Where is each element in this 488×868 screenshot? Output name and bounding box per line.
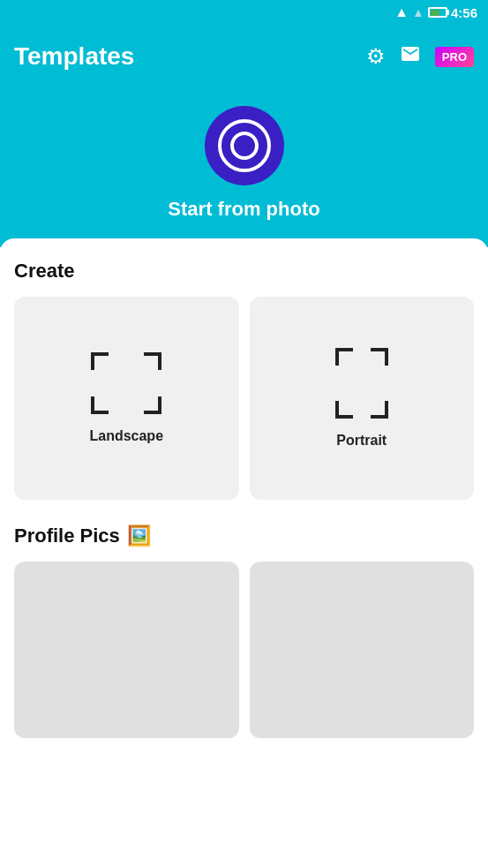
start-from-photo-button[interactable] xyxy=(205,106,284,185)
profile-pics-grid xyxy=(14,562,474,738)
mail-icon[interactable] xyxy=(400,43,421,70)
settings-icon[interactable]: ⚙ xyxy=(366,44,386,69)
battery-icon xyxy=(428,7,447,18)
profile-pic-card-2[interactable] xyxy=(250,562,475,738)
camera-lens xyxy=(230,132,259,160)
main-content: Create Landscape P xyxy=(0,238,488,868)
profile-pics-emoji: 🖼️ xyxy=(127,525,151,547)
wifi-icon: ▲ xyxy=(394,4,409,20)
create-section-title: Create xyxy=(14,260,474,283)
profile-pics-section: Profile Pics 🖼️ xyxy=(14,525,474,738)
portrait-label: Portrait xyxy=(336,433,387,449)
corner-tr xyxy=(144,352,161,370)
create-section: Create Landscape P xyxy=(14,260,474,500)
pro-badge[interactable]: PRO xyxy=(435,47,474,67)
profile-pics-title: Profile Pics xyxy=(14,525,120,547)
landscape-card[interactable]: Landscape xyxy=(14,297,239,500)
profile-pic-card-1[interactable] xyxy=(14,562,239,738)
corner-tl xyxy=(335,348,353,366)
profile-pics-header: Profile Pics 🖼️ xyxy=(14,525,474,547)
status-icons: ▲ ▲ 4:56 xyxy=(394,4,477,20)
header: Templates ⚙ PRO xyxy=(0,25,488,88)
portrait-card[interactable]: Portrait xyxy=(250,297,475,500)
corner-br xyxy=(371,401,388,419)
corner-br xyxy=(144,396,161,414)
hero-text: Start from photo xyxy=(168,198,319,221)
corner-tl xyxy=(91,352,109,370)
page-title: Templates xyxy=(14,42,366,71)
corner-bl xyxy=(91,396,109,414)
status-bar: ▲ ▲ 4:56 xyxy=(0,0,488,25)
create-grid: Landscape Portrait xyxy=(14,297,474,500)
camera-icon xyxy=(218,119,271,172)
header-actions: ⚙ PRO xyxy=(366,43,474,70)
corner-tr xyxy=(371,348,388,366)
hero-section: Start from photo xyxy=(0,88,488,247)
status-time: 4:56 xyxy=(451,5,477,20)
landscape-label: Landscape xyxy=(89,428,163,444)
corner-bl xyxy=(335,401,353,419)
signal-icon: ▲ xyxy=(412,5,424,19)
portrait-frame-icon xyxy=(335,348,388,419)
landscape-frame-icon xyxy=(91,352,161,414)
